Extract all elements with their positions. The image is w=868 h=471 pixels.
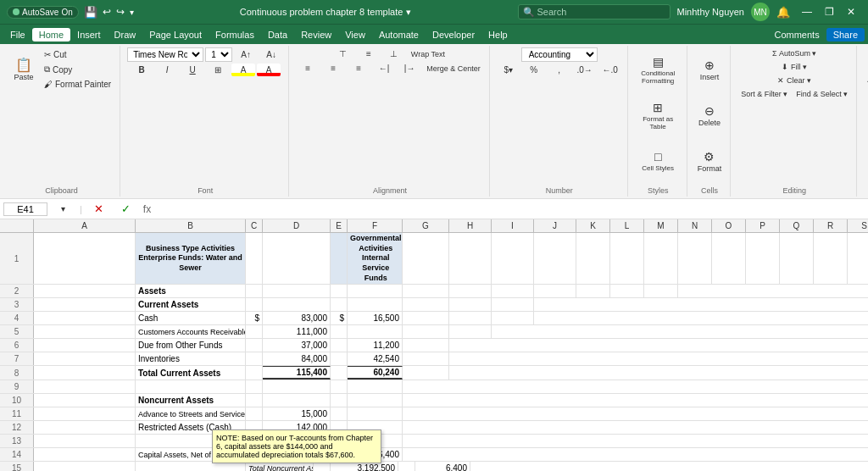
cell-e3[interactable] <box>331 298 348 311</box>
number-format-selector[interactable]: Accounting General Number Currency Perce… <box>521 47 598 62</box>
cell-e8[interactable] <box>331 366 348 380</box>
name-box-expand-button[interactable]: ▾ <box>51 202 75 215</box>
cell-a14[interactable] <box>34 448 136 461</box>
cancel-formula-button[interactable]: ✕ <box>87 201 111 217</box>
cell-a6[interactable] <box>34 339 136 352</box>
redo-icon[interactable]: ↪ <box>116 6 125 18</box>
clear-button[interactable]: ✕ Clear ▾ <box>774 75 815 86</box>
cell-c5[interactable] <box>246 325 263 338</box>
wrap-text-button[interactable]: Wrap Text <box>408 48 448 60</box>
align-top-button[interactable]: ⊤ <box>331 47 355 60</box>
menu-developer[interactable]: Developer <box>426 28 481 42</box>
cell-e9[interactable] <box>331 380 348 393</box>
analyze-data-button[interactable]: 📊 Analyze Data <box>864 47 868 91</box>
cell-b4[interactable]: Cash <box>136 312 246 324</box>
cell-n1[interactable] <box>678 233 712 284</box>
menu-file[interactable]: File <box>3 28 32 42</box>
increase-font-button[interactable]: A↑ <box>234 48 258 61</box>
cell-i4[interactable] <box>492 312 534 324</box>
cell-p1[interactable] <box>746 233 780 284</box>
cell-reference-input[interactable] <box>3 202 47 216</box>
cell-q1[interactable] <box>780 233 814 284</box>
cell-b1[interactable]: Business Type Activities Enterprise Fund… <box>136 233 246 284</box>
cell-e6[interactable] <box>331 339 348 352</box>
cell-c9[interactable] <box>246 380 263 393</box>
comments-button[interactable]: Comments <box>767 28 826 42</box>
col-header-n[interactable]: N <box>678 219 712 232</box>
col-header-j[interactable]: J <box>534 219 576 232</box>
col-header-d[interactable]: D <box>263 219 331 232</box>
cell-g2[interactable] <box>403 285 449 297</box>
cell-f1[interactable]: Governmental Activities Internal Service… <box>348 233 403 284</box>
cell-a13[interactable] <box>34 435 136 447</box>
cell-a15[interactable] <box>34 462 136 471</box>
copy-button[interactable]: ⧉ Copy <box>41 63 114 76</box>
col-header-k[interactable]: K <box>576 219 610 232</box>
border-button[interactable]: ⊞ <box>206 64 230 76</box>
cell-d5[interactable]: 111,000 <box>263 325 331 338</box>
bell-icon[interactable]: 🔔 <box>776 6 790 19</box>
restore-button[interactable]: ❐ <box>819 3 839 20</box>
cell-b5[interactable]: Customers Accounts Receivable (Net) <box>136 325 246 338</box>
col-header-f[interactable]: F <box>348 219 403 232</box>
fill-color-button[interactable]: A <box>231 64 255 76</box>
cell-f9[interactable] <box>348 380 403 393</box>
menu-view[interactable]: View <box>338 28 372 42</box>
cell-e11[interactable] <box>331 407 348 420</box>
insert-cells-button[interactable]: ⊕ Insert <box>694 47 725 91</box>
autosave-toggle[interactable]: AutoSave On <box>7 6 79 19</box>
close-button[interactable]: ✕ <box>841 3 861 20</box>
col-header-q[interactable]: Q <box>780 219 814 232</box>
cell-c3[interactable] <box>246 298 263 311</box>
cell-d11[interactable]: 15,000 <box>263 407 331 420</box>
undo-icon[interactable]: ↩ <box>103 6 111 18</box>
autosum-button[interactable]: Σ AutoSum ▾ <box>769 47 821 59</box>
col-header-g[interactable]: G <box>403 219 449 232</box>
cell-k1[interactable] <box>576 233 610 284</box>
cell-g1[interactable] <box>403 233 449 284</box>
align-bottom-button[interactable]: ⊥ <box>382 47 406 60</box>
format-painter-button[interactable]: 🖌 Format Painter <box>41 78 114 91</box>
fill-button[interactable]: ⬇ Fill ▾ <box>778 61 810 73</box>
cell-d7[interactable]: 84,000 <box>263 352 331 365</box>
cell-f3[interactable] <box>348 298 403 311</box>
decrease-font-button[interactable]: A↓ <box>259 48 283 61</box>
cell-a10[interactable] <box>34 394 136 407</box>
cell-h5[interactable] <box>449 325 492 338</box>
cell-g6[interactable] <box>403 339 449 352</box>
cell-g8[interactable] <box>403 366 449 380</box>
cell-h2[interactable] <box>449 285 492 297</box>
cell-m2[interactable] <box>644 285 678 297</box>
font-name-selector[interactable]: Times New Roman Arial Calibri <box>127 47 203 62</box>
underline-button[interactable]: U <box>181 64 204 76</box>
cell-c2[interactable] <box>246 285 263 297</box>
percent-button[interactable]: % <box>522 64 546 76</box>
cell-e10[interactable] <box>331 394 348 407</box>
col-header-o[interactable]: O <box>712 219 746 232</box>
confirm-formula-button[interactable]: ✓ <box>114 201 138 217</box>
cell-e2[interactable] <box>331 285 348 297</box>
cell-j2[interactable] <box>534 285 576 297</box>
font-size-selector[interactable]: 12 10 11 14 <box>205 47 232 62</box>
cell-a9[interactable] <box>34 380 136 393</box>
cell-i2[interactable] <box>492 285 534 297</box>
paste-button[interactable]: 📋 Paste <box>8 47 39 91</box>
menu-review[interactable]: Review <box>294 28 338 42</box>
cell-a1[interactable] <box>34 233 136 284</box>
col-header-c[interactable]: C <box>246 219 263 232</box>
cell-d3[interactable] <box>263 298 331 311</box>
cell-d6[interactable]: 37,000 <box>263 339 331 352</box>
cell-d2[interactable] <box>263 285 331 297</box>
cell-i1[interactable] <box>492 233 534 284</box>
cell-b10[interactable]: Noncurrent Assets <box>136 394 246 407</box>
cut-button[interactable]: ✂ Cut <box>41 48 114 61</box>
col-header-i[interactable]: I <box>492 219 534 232</box>
cell-styles-button[interactable]: □ Cell Styles <box>638 139 677 183</box>
delete-cells-button[interactable]: ⊖ Delete <box>694 93 725 137</box>
cell-f5[interactable] <box>348 325 403 338</box>
cell-h1[interactable] <box>449 233 492 284</box>
menu-formulas[interactable]: Formulas <box>209 28 261 42</box>
col-header-m[interactable]: M <box>644 219 678 232</box>
menu-draw[interactable]: Draw <box>108 28 143 42</box>
cell-o1[interactable] <box>712 233 746 284</box>
